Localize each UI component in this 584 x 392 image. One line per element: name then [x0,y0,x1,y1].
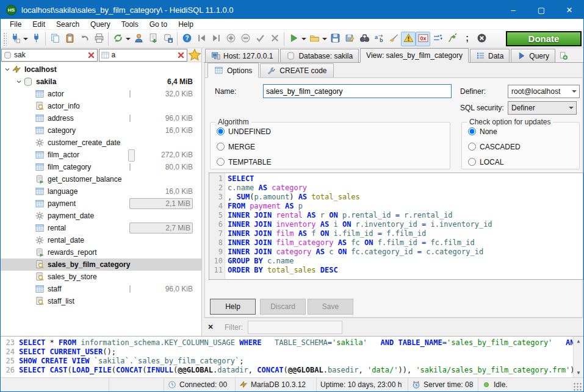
tree-item-payment[interactable]: payment2,1 MiB [1,198,201,210]
help-button-panel[interactable]: Help [210,299,256,315]
radio-temptable[interactable]: TEMPTABLE [217,155,450,168]
menu-go-to[interactable]: Go to [144,20,173,29]
tree-item-film_category[interactable]: film_category80,0 KiB [1,161,201,173]
scroll-down-icon[interactable]: ▼ [574,368,584,377]
delete-record-button[interactable] [238,32,253,46]
maximize-button[interactable]: ▢ [527,1,555,19]
export-database-button[interactable] [146,32,160,46]
tab-view-sales_by_film_category[interactable]: View: sales_by_film_category [360,48,469,63]
tab-host-127-0-0-1[interactable]: Host: 127.0.0.1 [205,49,279,62]
menu-search[interactable]: Search [51,20,85,29]
paste-button[interactable] [62,32,77,46]
sql-security-combo[interactable]: Definer [508,101,577,115]
tree-item-film_actor[interactable]: film_actor272,0 KiB [1,149,201,161]
radio-merge-input[interactable] [217,143,225,151]
first-record-button[interactable] [194,32,209,46]
last-record-button[interactable] [209,32,223,46]
tree-item-rental[interactable]: rental2,7 MiB [1,222,201,234]
replace-button[interactable]: ab [372,32,386,46]
tree-item-payment_date[interactable]: payment_date [1,210,201,222]
copy-button[interactable] [48,32,62,46]
database-filter[interactable]: sak [1,49,98,62]
insert-record-button[interactable] [223,32,238,46]
run-query-button[interactable] [286,32,301,46]
tree-item-address[interactable]: address96,0 KiB [1,112,201,124]
refresh-button[interactable] [110,32,125,46]
radio-local[interactable]: LOCAL [468,155,579,168]
radio-merge[interactable]: MERGE [217,140,450,153]
close-button[interactable]: ✕ [555,1,583,19]
table-filter[interactable]: a [99,49,188,62]
clear-filter-icon[interactable] [87,51,96,60]
tree-item-sakila[interactable]: sakila6,4 MiB [1,76,201,88]
radio-cascaded-input[interactable] [468,143,476,151]
donate-button[interactable]: Donate [506,31,582,46]
menu-file[interactable]: File [4,20,27,29]
menu-tools[interactable]: Tools [116,20,144,29]
chevron-down-icon[interactable] [569,85,579,98]
chevron-down-icon[interactable] [566,102,576,114]
bind-params-button[interactable] [430,32,445,46]
menu-edit[interactable]: Edit [27,20,51,29]
tree-item-category[interactable]: category16,0 KiB [1,124,201,137]
definer-combo[interactable]: root@localhost [508,85,580,98]
radio-undefined-input[interactable] [217,127,225,135]
tree-item-staff_list[interactable]: staff_list [1,295,201,307]
print-button[interactable] [92,32,106,46]
save-sql-as-button[interactable] [342,32,357,46]
tree-item-actor[interactable]: actor32,0 KiB [1,88,201,100]
chevron-expanded-icon[interactable] [16,78,23,85]
toolbar-grip[interactable] [3,32,7,46]
view-select-code-editor[interactable]: 1234567891011 SELECTc.name AS category, … [209,173,583,280]
save-sql-button[interactable] [328,32,342,46]
blob-editor-button[interactable] [160,32,175,46]
radio-temptable-input[interactable] [217,158,225,166]
tab-data[interactable]: Data [470,49,510,62]
tab-options[interactable]: Options [207,63,259,78]
tree-item-actor_info[interactable]: actor_info [1,100,201,112]
radio-none-input[interactable] [468,127,476,135]
tab-database-sakila[interactable]: Database: sakila [280,49,359,62]
menu-help[interactable]: Help [173,20,199,29]
stop-button[interactable] [474,32,489,46]
cancel-edit-button[interactable] [267,32,282,46]
run-query-button-dropdown[interactable] [301,32,307,46]
chevron-expanded-icon[interactable] [4,66,12,73]
scroll-up-icon[interactable]: ▲ [574,337,584,346]
user-manager-button[interactable] [131,32,146,46]
close-filter-icon[interactable]: ✕ [204,323,217,331]
connect-button-dropdown[interactable] [23,32,29,46]
clear-filter-icon[interactable] [176,51,186,60]
radio-undefined[interactable]: UNDEFINED [217,125,450,138]
favorites-star-icon[interactable] [188,49,201,62]
tab-create-code[interactable]: CREATE code [260,63,333,77]
post-record-button[interactable] [253,32,267,46]
tree-item-staff[interactable]: staff96,0 KiB [1,283,201,295]
find-button[interactable] [357,32,372,46]
undo-button[interactable] [77,32,92,46]
filter-input[interactable] [248,321,342,334]
log-scrollbar[interactable]: ▲ ▼ [573,337,583,377]
radio-local-input[interactable] [468,158,476,166]
tree-item-get_customer_balance[interactable]: get_customer_balance [1,173,201,185]
tab-query[interactable]: Query [511,49,555,62]
minimize-button[interactable]: – [499,1,527,19]
disconnect-button[interactable] [29,32,43,46]
help-button[interactable]: ? [179,32,194,46]
refresh-button-dropdown[interactable] [125,32,131,46]
delimiter-button[interactable]: ; [460,32,474,46]
connect-button[interactable] [8,32,23,46]
load-sql-button-dropdown[interactable] [322,32,328,46]
reformat-button[interactable] [386,32,401,46]
resize-grip[interactable] [574,383,582,391]
tree-item-rewards_report[interactable]: rewards_report [1,246,201,258]
tree-item-customer_create_date[interactable]: customer_create_date [1,137,201,149]
view-name-input[interactable] [263,84,452,98]
tree-item-rental_date[interactable]: rental_date [1,234,201,246]
menu-query[interactable]: Query [85,20,116,29]
highlight-errors-button[interactable] [401,32,416,46]
tree-item-sales_by_store[interactable]: sales_by_store [1,271,201,283]
view-binary-button[interactable]: 0x [416,32,430,46]
tab-new-query[interactable] [557,49,574,62]
table-filter-value[interactable]: a [110,51,177,59]
